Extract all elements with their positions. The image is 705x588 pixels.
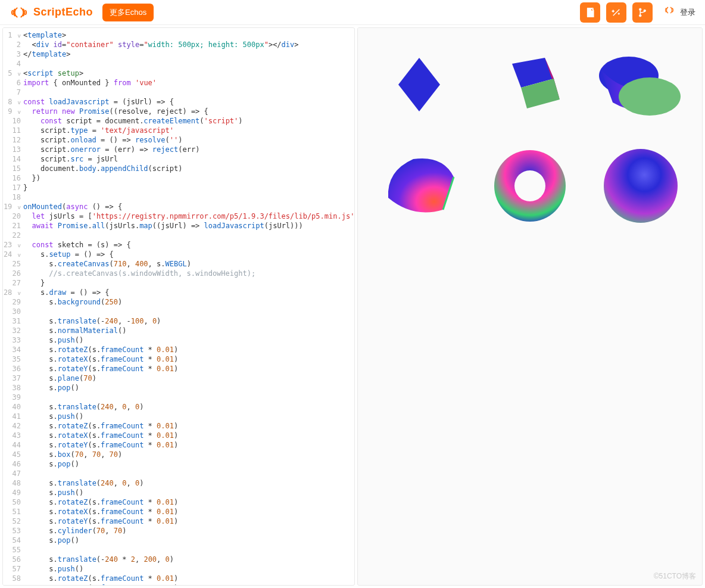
svg-point-11: [514, 170, 545, 201]
code-line[interactable]: s.background(250): [23, 297, 354, 307]
code-line[interactable]: }): [23, 173, 354, 183]
code-line[interactable]: [23, 307, 354, 316]
code-line[interactable]: [23, 231, 354, 240]
line-number: 45: [3, 450, 23, 459]
code-line[interactable]: s.translate(-240 * 2, 200, 0): [23, 555, 354, 564]
code-line[interactable]: onMounted(async () => {: [23, 202, 354, 211]
code-line[interactable]: import { onMounted } from 'vue': [23, 78, 354, 88]
line-number: 2: [3, 40, 23, 49]
code-line[interactable]: [23, 469, 354, 478]
line-number: 52: [3, 517, 23, 526]
code-line[interactable]: s.box(70, 70, 70): [23, 450, 354, 459]
line-number: 46: [3, 459, 23, 469]
line-number: 49: [3, 488, 23, 497]
code-line[interactable]: <template>: [23, 30, 354, 40]
code-line[interactable]: s.rotateX(s.frameCount * 0.01): [23, 583, 354, 585]
code-line[interactable]: s.rotateZ(s.frameCount * 0.01): [23, 497, 354, 507]
code-line[interactable]: s.rotateY(s.frameCount * 0.01): [23, 440, 354, 450]
code-line[interactable]: s.push(): [23, 335, 354, 345]
svg-point-1: [639, 8, 641, 10]
line-number: 33: [3, 335, 23, 345]
new-document-button[interactable]: [580, 2, 600, 23]
code-line[interactable]: script.onerror = (err) => reject(err): [23, 145, 354, 154]
code-line[interactable]: </template>: [23, 49, 354, 59]
code-line[interactable]: const sketch = (s) => {: [23, 240, 354, 250]
code-line[interactable]: <script setup>: [23, 69, 354, 78]
line-number: 3: [3, 49, 23, 59]
code-line[interactable]: s.rotateX(s.frameCount * 0.01): [23, 431, 354, 440]
line-number: 5 v: [3, 69, 23, 78]
code-line[interactable]: s.setup = () => {: [23, 250, 354, 259]
code-line[interactable]: s.translate(-240, -100, 0): [23, 316, 354, 326]
code-line[interactable]: s.pop(): [23, 459, 354, 469]
code-line[interactable]: await Promise.all(jsUrls.map((jsUrl) => …: [23, 221, 354, 231]
code-line[interactable]: s.rotateX(s.frameCount * 0.01): [23, 507, 354, 517]
more-echos-button[interactable]: 更多Echos: [102, 4, 154, 21]
code-line[interactable]: script.src = jsUrl: [23, 154, 354, 164]
code-line[interactable]: s.push(): [23, 488, 354, 497]
code-scroll[interactable]: 1 v2345 v678 v9 v10111213141516171819 v2…: [3, 28, 354, 585]
code-line[interactable]: s.rotateZ(s.frameCount * 0.01): [23, 574, 354, 583]
main: 1 v2345 v678 v9 v10111213141516171819 v2…: [0, 25, 705, 588]
code-line[interactable]: script.onload = () => resolve(''): [23, 135, 354, 145]
code-line[interactable]: [23, 192, 354, 202]
line-number: 31: [3, 316, 23, 326]
code-line[interactable]: s.rotateZ(s.frameCount * 0.01): [23, 345, 354, 354]
line-number: 26: [3, 269, 23, 278]
code-body[interactable]: <template> <div id="container" style="wi…: [23, 28, 354, 585]
line-number: 8 v: [3, 97, 23, 107]
code-line[interactable]: let jsUrls = ['https://registry.npmmirro…: [23, 211, 354, 221]
code-line[interactable]: s.rotateY(s.frameCount * 0.01): [23, 364, 354, 374]
code-line[interactable]: const loadJavascript = (jsUrl) => {: [23, 97, 354, 107]
svg-point-12: [604, 149, 678, 223]
login-icon: [662, 5, 676, 20]
code-line[interactable]: s.translate(240, 0, 0): [23, 478, 354, 488]
shape-box: [475, 34, 585, 135]
code-line[interactable]: s.push(): [23, 564, 354, 574]
code-line[interactable]: s.draw = () => {: [23, 288, 354, 297]
code-line[interactable]: script.type = 'text/javascript': [23, 126, 354, 135]
line-number: 21: [3, 221, 23, 231]
code-line[interactable]: [23, 545, 354, 555]
login-label: 登录: [680, 7, 695, 18]
line-number: 44: [3, 440, 23, 450]
magic-wand-button[interactable]: [606, 2, 626, 23]
code-line[interactable]: s.normalMaterial(): [23, 326, 354, 335]
svg-point-2: [639, 14, 641, 17]
line-number: 28 v: [3, 288, 23, 297]
code-line[interactable]: [23, 88, 354, 97]
watermark: ©51CTO博客: [654, 571, 696, 581]
code-line[interactable]: s.push(): [23, 412, 354, 421]
login-button[interactable]: 登录: [662, 5, 695, 20]
code-line[interactable]: s.pop(): [23, 383, 354, 393]
brand[interactable]: ScriptEcho: [10, 6, 93, 19]
code-line[interactable]: s.rotateZ(s.frameCount * 0.01): [23, 421, 354, 431]
line-number: 35: [3, 354, 23, 364]
code-line[interactable]: }: [23, 183, 354, 192]
line-number: 36: [3, 364, 23, 374]
line-number: 4: [3, 59, 23, 69]
branch-button[interactable]: [632, 2, 653, 23]
code-line[interactable]: s.translate(240, 0, 0): [23, 402, 354, 412]
code-line[interactable]: [23, 59, 354, 69]
code-line[interactable]: document.body.appendChild(script): [23, 164, 354, 173]
code-pane[interactable]: 1 v2345 v678 v9 v10111213141516171819 v2…: [2, 27, 355, 586]
code-line[interactable]: s.pop(): [23, 536, 354, 545]
code-line[interactable]: //s.createCanvas(s.windowWidth, s.window…: [23, 269, 354, 278]
code-line[interactable]: s.createCanvas(710, 400, s.WEBGL): [23, 259, 354, 269]
code-line[interactable]: s.cylinder(70, 70): [23, 526, 354, 536]
code-line[interactable]: return new Promise((resolve, reject) => …: [23, 107, 354, 116]
shape-torus: [475, 135, 585, 237]
code-line[interactable]: <div id="container" style="width: 500px;…: [23, 40, 354, 49]
code-line[interactable]: s.rotateY(s.frameCount * 0.01): [23, 517, 354, 526]
line-number: 54: [3, 536, 23, 545]
code-line[interactable]: s.plane(70): [23, 374, 354, 383]
code-line[interactable]: [23, 393, 354, 402]
code-line[interactable]: s.rotateX(s.frameCount * 0.01): [23, 354, 354, 364]
line-number: 27: [3, 278, 23, 288]
code-line[interactable]: const script = document.createElement('s…: [23, 116, 354, 126]
line-number: 43: [3, 431, 23, 440]
code-line[interactable]: }: [23, 278, 354, 288]
preview-pane: ©51CTO博客: [357, 27, 703, 586]
line-number: 13: [3, 145, 23, 154]
